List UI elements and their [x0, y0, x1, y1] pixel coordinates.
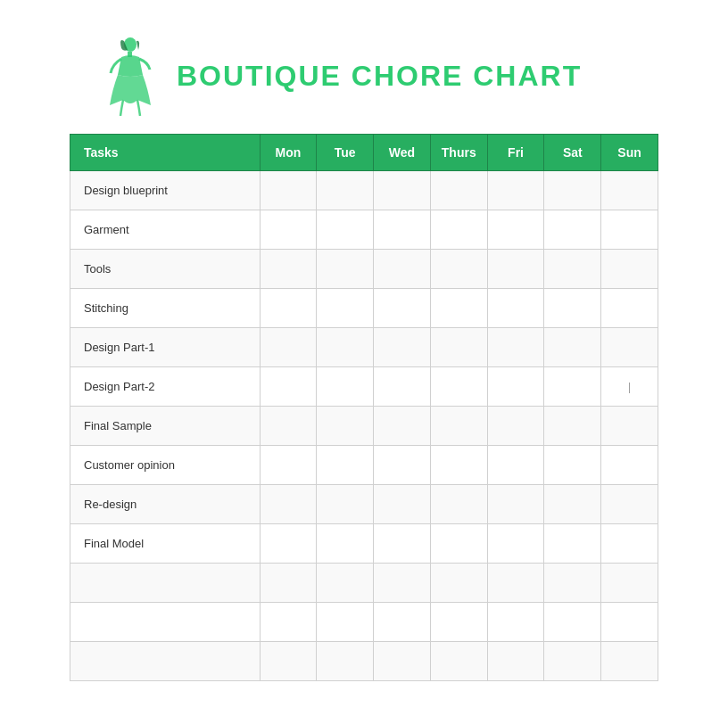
day-cell[interactable]: [260, 171, 317, 210]
day-cell[interactable]: [601, 289, 658, 328]
day-cell[interactable]: [260, 642, 317, 681]
day-cell[interactable]: [374, 642, 431, 681]
boutique-logo-icon: [96, 36, 159, 116]
day-cell[interactable]: [544, 564, 601, 603]
day-cell[interactable]: [487, 524, 544, 564]
day-cell[interactable]: [317, 485, 374, 524]
day-cell[interactable]: [260, 328, 317, 367]
day-cell[interactable]: [374, 250, 431, 289]
day-cell[interactable]: [260, 407, 317, 446]
day-cell[interactable]: [601, 564, 658, 603]
task-name-cell: Customer opinion: [70, 446, 261, 485]
day-cell[interactable]: [430, 171, 487, 210]
day-cell[interactable]: [430, 328, 487, 367]
table-row: [70, 564, 658, 603]
day-cell[interactable]: [317, 289, 374, 328]
day-cell[interactable]: [487, 328, 544, 367]
day-cell[interactable]: [487, 642, 544, 681]
day-cell[interactable]: [374, 564, 431, 603]
day-cell[interactable]: [317, 603, 374, 642]
table-header-row: Tasks Mon Tue Wed Thurs Fri Sat Sun: [70, 135, 658, 171]
day-cell[interactable]: [544, 446, 601, 485]
day-cell[interactable]: [601, 446, 658, 485]
day-cell[interactable]: [374, 367, 431, 407]
day-cell[interactable]: [487, 210, 544, 250]
day-cell[interactable]: [430, 446, 487, 485]
day-cell[interactable]: [260, 564, 317, 603]
day-cell[interactable]: [601, 524, 658, 564]
day-cell[interactable]: |: [601, 367, 658, 407]
day-cell[interactable]: [317, 210, 374, 250]
day-cell[interactable]: [487, 446, 544, 485]
day-cell[interactable]: [544, 407, 601, 446]
day-cell[interactable]: [601, 250, 658, 289]
day-cell[interactable]: [317, 446, 374, 485]
day-cell[interactable]: [374, 603, 431, 642]
task-name-cell: Tools: [70, 250, 261, 289]
day-cell[interactable]: [487, 564, 544, 603]
day-cell[interactable]: [601, 328, 658, 367]
day-cell[interactable]: [487, 171, 544, 210]
day-cell[interactable]: [430, 289, 487, 328]
day-cell[interactable]: [374, 485, 431, 524]
day-cell[interactable]: [260, 446, 317, 485]
day-cell[interactable]: [317, 642, 374, 681]
day-cell[interactable]: [601, 171, 658, 210]
day-cell[interactable]: [544, 367, 601, 407]
day-cell[interactable]: [317, 328, 374, 367]
day-cell[interactable]: [430, 564, 487, 603]
day-cell[interactable]: [544, 171, 601, 210]
day-cell[interactable]: [544, 485, 601, 524]
table-row: Garment: [70, 210, 658, 250]
day-cell[interactable]: [601, 642, 658, 681]
day-cell[interactable]: [487, 250, 544, 289]
day-cell[interactable]: [487, 367, 544, 407]
day-cell[interactable]: [317, 407, 374, 446]
day-cell[interactable]: [430, 210, 487, 250]
day-cell[interactable]: [374, 446, 431, 485]
day-cell[interactable]: [317, 564, 374, 603]
day-cell[interactable]: [544, 642, 601, 681]
day-cell[interactable]: [260, 250, 317, 289]
task-name-cell: Garment: [70, 210, 261, 250]
day-cell[interactable]: [374, 407, 431, 446]
day-cell[interactable]: [430, 524, 487, 564]
day-cell[interactable]: [544, 250, 601, 289]
day-cell[interactable]: [260, 367, 317, 407]
day-cell[interactable]: [544, 328, 601, 367]
day-cell[interactable]: [374, 328, 431, 367]
day-cell[interactable]: [317, 367, 374, 407]
day-cell[interactable]: [430, 250, 487, 289]
day-cell[interactable]: [260, 524, 317, 564]
day-cell[interactable]: [430, 642, 487, 681]
day-cell[interactable]: [601, 603, 658, 642]
day-cell[interactable]: [317, 524, 374, 564]
day-cell[interactable]: [260, 485, 317, 524]
table-row: Design Part-1: [70, 328, 658, 367]
day-cell[interactable]: [260, 289, 317, 328]
day-cell[interactable]: [487, 289, 544, 328]
day-cell[interactable]: [260, 210, 317, 250]
day-cell[interactable]: [544, 603, 601, 642]
day-cell[interactable]: [487, 485, 544, 524]
day-cell[interactable]: [544, 289, 601, 328]
day-cell[interactable]: [374, 524, 431, 564]
day-cell[interactable]: [544, 210, 601, 250]
day-cell[interactable]: [374, 289, 431, 328]
day-cell[interactable]: [487, 407, 544, 446]
day-cell[interactable]: [601, 485, 658, 524]
day-cell[interactable]: [544, 524, 601, 564]
day-cell[interactable]: [601, 407, 658, 446]
day-cell[interactable]: [374, 171, 431, 210]
day-cell[interactable]: [601, 210, 658, 250]
col-header-sat: Sat: [544, 135, 601, 171]
day-cell[interactable]: [374, 210, 431, 250]
day-cell[interactable]: [260, 603, 317, 642]
day-cell[interactable]: [430, 367, 487, 407]
day-cell[interactable]: [317, 250, 374, 289]
day-cell[interactable]: [430, 603, 487, 642]
day-cell[interactable]: [317, 171, 374, 210]
day-cell[interactable]: [430, 485, 487, 524]
day-cell[interactable]: [487, 603, 544, 642]
day-cell[interactable]: [430, 407, 487, 446]
